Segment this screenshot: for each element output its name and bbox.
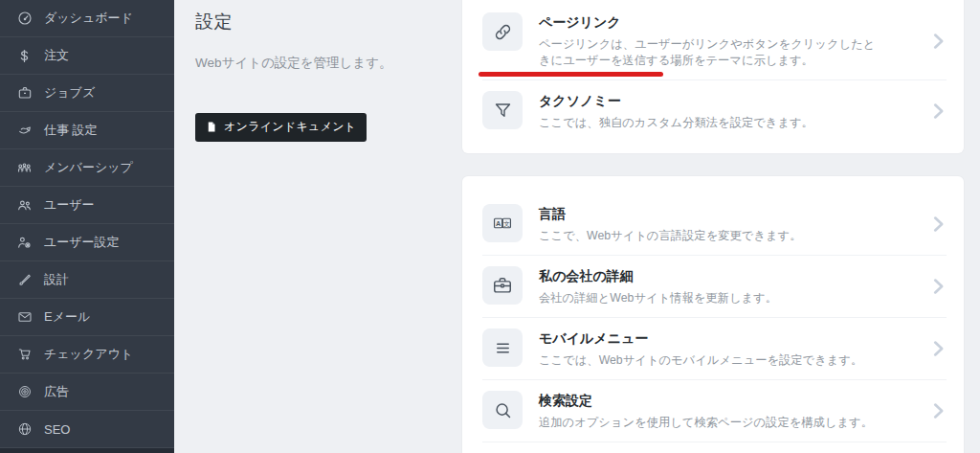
setting-text: モバイルメニュー ここでは、Webサイトのモバイルメニューを設定できます。 (539, 328, 911, 369)
translate-icon: A文 (482, 204, 523, 242)
setting-title: 私の会社の詳細 (539, 268, 886, 283)
sidebar-item-label: 注文 (44, 47, 69, 64)
settings-list: ページリンク ページリンクは、ユーザーがリンクやボタンをクリックしたときにユーザ… (462, 0, 980, 453)
setting-text: 検索設定 追加のオプションを使用して検索ページの設定を構成します。 (539, 391, 911, 431)
settings-group-1: ページリンク ページリンクは、ユーザーがリンクやボタンをクリックしたときにユーザ… (462, 0, 964, 153)
setting-description: 追加のオプションを使用して検索ページの設定を構成します。 (539, 415, 886, 431)
sidebar-item-design[interactable]: 設計 (0, 261, 174, 299)
annotation-red-underline (479, 72, 663, 77)
document-icon (206, 121, 217, 133)
setting-title: 検索設定 (539, 393, 886, 408)
setting-row-search-settings[interactable]: 検索設定 追加のオプションを使用して検索ページの設定を構成します。 (462, 380, 964, 442)
dollar-icon (16, 49, 33, 63)
users-icon (16, 197, 33, 214)
setting-row-languages[interactable]: A文 言語 ここで、Webサイトの言語設定を変更できます。 (462, 193, 964, 255)
svg-text:A: A (496, 219, 501, 228)
user-gear-icon (16, 235, 33, 251)
sidebar-item-label: 広告 (44, 383, 69, 400)
setting-description: ページリンクは、ユーザーがリンクやボタンをクリックしたときにユーザーを送信する場… (539, 36, 886, 69)
bullseye-icon (16, 384, 33, 399)
setting-row-currency-settings[interactable]: 通貨設定 (462, 442, 964, 453)
sidebar-item-email[interactable]: Eメール (0, 299, 174, 336)
sidebar-item-seo[interactable]: SEO (0, 411, 174, 448)
setting-row-mobile-menu[interactable]: モバイルメニュー ここでは、Webサイトのモバイルメニューを設定できます。 (462, 318, 964, 379)
sidebar-item-user-settings[interactable]: ユーザー設定 (0, 224, 174, 261)
sidebar-item-ads[interactable]: 広告 (0, 374, 174, 411)
job-settings-icon (16, 123, 33, 138)
search-icon (482, 391, 523, 429)
svg-text:文: 文 (503, 220, 510, 228)
briefcase-icon (482, 266, 523, 305)
sidebar-item-label: SEO (44, 422, 70, 437)
cart-icon (16, 347, 33, 362)
online-docs-button-label: オンラインドキュメント (224, 119, 356, 135)
sidebar-item-label: 仕事 設定 (44, 122, 98, 139)
setting-text: 言語 ここで、Webサイトの言語設定を変更できます。 (539, 204, 911, 244)
sidebar-item-label: チェックアウト (44, 346, 133, 363)
sidebar: ダッシュボード 注文 ジョブズ 仕事 設定 メンバーシップ ユーザー (0, 0, 174, 453)
chevron-right-icon (927, 214, 948, 235)
sidebar-item-label: メンバーシップ (44, 159, 133, 176)
setting-text: タクソノミー ここでは、独自のカスタム分類法を設定できます。 (539, 91, 911, 131)
setting-title: タクソノミー (539, 93, 886, 108)
chevron-right-icon (927, 338, 948, 359)
sidebar-item-label: ユーザー (44, 196, 95, 214)
setting-description: ここで、Webサイトの言語設定を変更できます。 (539, 228, 886, 244)
setting-title: モバイルメニュー (539, 330, 886, 346)
page-title: 設定 (195, 10, 443, 34)
sidebar-item-orders[interactable]: 注文 (0, 37, 174, 75)
hamburger-menu-icon (482, 328, 523, 367)
settings-group-2: A文 言語 ここで、Webサイトの言語設定を変更できます。 私の会社の詳細 会社… (462, 176, 964, 453)
sidebar-item-label: ユーザー設定 (44, 234, 120, 251)
sidebar-item-jobs[interactable]: ジョブズ (0, 75, 174, 112)
setting-row-page-links[interactable]: ページリンク ページリンクは、ユーザーがリンクやボタンをクリックしたときにユーザ… (462, 2, 964, 79)
sidebar-item-label: Eメール (44, 308, 90, 326)
setting-description: ここでは、独自のカスタム分類法を設定できます。 (539, 115, 886, 131)
setting-row-company-details[interactable]: 私の会社の詳細 会社の詳細とWebサイト情報を更新します。 (462, 256, 964, 317)
chevron-right-icon (927, 276, 948, 297)
sidebar-item-dashboard[interactable]: ダッシュボード (0, 0, 174, 37)
setting-row-taxonomies[interactable]: タクソノミー ここでは、独自のカスタム分類法を設定できます。 (462, 80, 964, 142)
funnel-icon (482, 91, 523, 129)
setting-title: 言語 (539, 206, 886, 221)
setting-title: ページリンク (539, 14, 886, 30)
page-subtitle: Webサイトの設定を管理します。 (195, 55, 443, 72)
globe-icon (16, 421, 33, 437)
paintbrush-icon (16, 272, 33, 287)
settings-intro-panel: 設定 Webサイトの設定を管理します。 オンラインドキュメント (174, 0, 462, 453)
setting-description: ここでは、Webサイトのモバイルメニューを設定できます。 (539, 352, 886, 369)
sidebar-item-label: ジョブズ (44, 84, 95, 102)
briefcase-icon (16, 85, 33, 101)
link-icon (482, 12, 523, 51)
envelope-icon (16, 309, 33, 325)
sidebar-item-label: 設計 (44, 271, 69, 288)
sidebar-item-job-settings[interactable]: 仕事 設定 (0, 112, 174, 149)
sidebar-item-checkout[interactable]: チェックアウト (0, 336, 174, 374)
chevron-right-icon (927, 400, 948, 421)
setting-text: 私の会社の詳細 会社の詳細とWebサイト情報を更新します。 (539, 266, 911, 306)
sidebar-item-membership[interactable]: メンバーシップ (0, 149, 174, 187)
sidebar-item-settings-active-partial[interactable] (0, 448, 174, 453)
online-docs-button[interactable]: オンラインドキュメント (195, 113, 367, 142)
setting-description: 会社の詳細とWebサイト情報を更新します。 (539, 290, 886, 306)
gauge-icon (16, 11, 33, 26)
sidebar-item-label: ダッシュボード (44, 10, 133, 27)
chevron-right-icon (927, 31, 948, 52)
sidebar-item-users[interactable]: ユーザー (0, 187, 174, 224)
crowd-icon (16, 160, 33, 176)
chevron-right-icon (927, 101, 948, 122)
setting-text: ページリンク ページリンクは、ユーザーがリンクやボタンをクリックしたときにユーザ… (539, 12, 911, 69)
